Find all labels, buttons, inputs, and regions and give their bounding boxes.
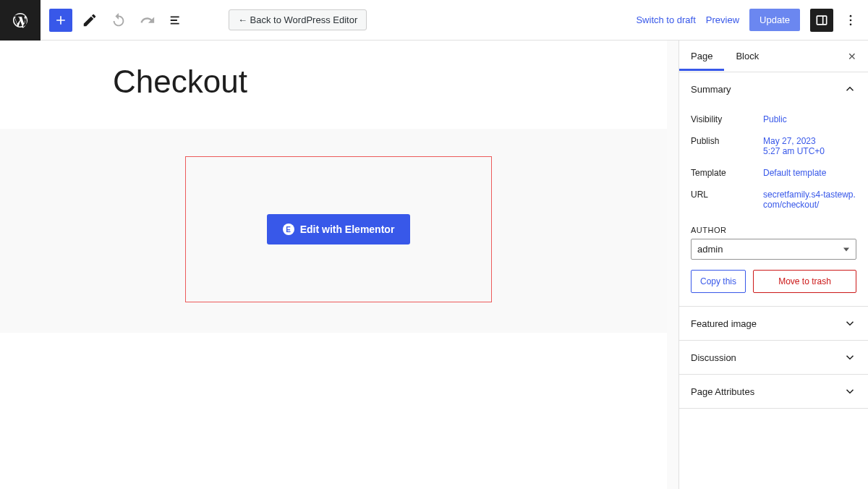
elementor-placeholder[interactable]: E Edit with Elementor — [185, 156, 492, 302]
more-options-button[interactable] — [843, 9, 858, 32]
discussion-panel-header[interactable]: Discussion — [679, 341, 868, 374]
visibility-value[interactable]: Public — [763, 114, 787, 124]
visibility-label: Visibility — [691, 114, 763, 124]
vertical-scrollbar[interactable] — [667, 41, 678, 489]
back-to-wp-editor-button[interactable]: ← Back to WordPress Editor — [229, 9, 367, 30]
discussion-heading: Discussion — [691, 352, 736, 363]
page-attributes-panel-header[interactable]: Page Attributes — [679, 375, 868, 408]
update-button[interactable]: Update — [749, 9, 800, 31]
settings-sidebar-toggle[interactable] — [810, 9, 833, 32]
svg-point-3 — [850, 19, 852, 21]
tools-button[interactable] — [78, 9, 101, 32]
page-title[interactable]: Checkout — [113, 64, 667, 100]
svg-point-2 — [850, 14, 852, 17]
close-sidebar-button[interactable]: ✕ — [836, 43, 868, 69]
chevron-down-icon — [843, 351, 856, 364]
move-to-trash-button[interactable]: Move to trash — [753, 270, 856, 293]
publish-value[interactable]: May 27, 2023 5:27 am UTC+0 — [763, 136, 825, 156]
summary-panel-header[interactable]: Summary — [679, 72, 868, 106]
undo-button — [107, 9, 130, 32]
wordpress-logo[interactable] — [0, 0, 41, 41]
editor-canvas[interactable]: Checkout E Edit with Elementor — [0, 41, 678, 489]
document-overview-button[interactable] — [165, 9, 188, 32]
tab-block[interactable]: Block — [724, 42, 770, 70]
template-value[interactable]: Default template — [763, 168, 826, 178]
page-attributes-heading: Page Attributes — [691, 386, 754, 397]
url-label: URL — [691, 190, 763, 210]
add-block-button[interactable] — [49, 9, 72, 32]
redo-button — [136, 9, 159, 32]
author-label: AUTHOR — [691, 226, 856, 234]
author-select[interactable]: admin — [691, 239, 856, 260]
preview-button[interactable]: Preview — [706, 14, 739, 25]
svg-point-4 — [850, 23, 852, 25]
copy-this-button[interactable]: Copy this — [691, 270, 746, 293]
publish-label: Publish — [691, 136, 763, 156]
switch-draft-button[interactable]: Switch to draft — [636, 14, 695, 25]
elementor-icon: E — [283, 224, 294, 235]
url-value[interactable]: secretfamily.s4-tastewp.com/checkout/ — [763, 190, 856, 210]
featured-image-panel-header[interactable]: Featured image — [679, 307, 868, 340]
chevron-down-icon — [843, 317, 856, 330]
template-label: Template — [691, 168, 763, 178]
summary-heading: Summary — [691, 84, 731, 95]
svg-rect-0 — [817, 16, 826, 25]
featured-image-heading: Featured image — [691, 318, 757, 329]
edit-with-elementor-button[interactable]: E Edit with Elementor — [267, 214, 411, 244]
chevron-up-icon — [843, 82, 856, 95]
tab-page[interactable]: Page — [679, 42, 724, 70]
elementor-button-label: Edit with Elementor — [300, 224, 395, 235]
chevron-down-icon — [843, 385, 856, 398]
